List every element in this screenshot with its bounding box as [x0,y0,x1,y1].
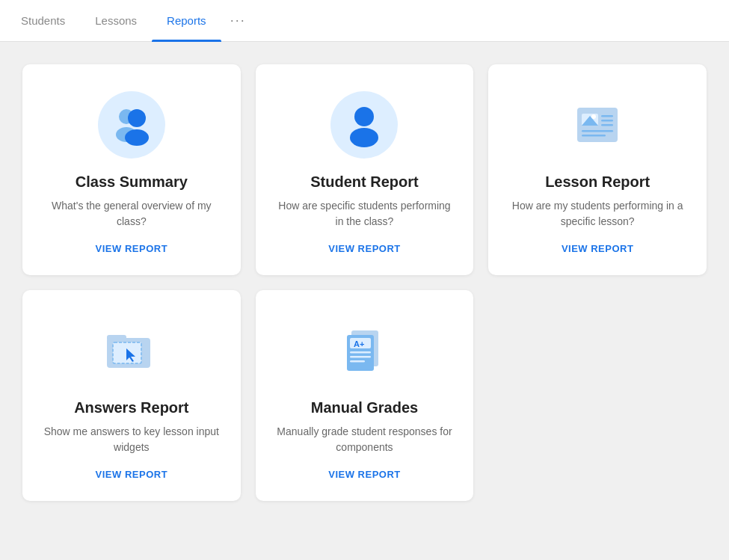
svg-point-6 [354,107,374,126]
lesson-report-icon [564,91,631,159]
card-manual-grades: A+ Manual Grades Manually grade student … [256,290,474,501]
svg-rect-27 [350,360,365,363]
svg-rect-16 [582,135,606,137]
manual-grades-view-report-link[interactable]: VIEW REPORT [328,469,401,480]
student-report-view-report-link[interactable]: VIEW REPORT [328,243,401,254]
svg-point-3 [128,109,146,127]
svg-point-4 [125,129,149,146]
svg-rect-13 [601,120,613,122]
cards-row-2: Answers Report Show me answers to key le… [22,290,707,501]
lesson-report-title: Lesson Report [545,173,650,191]
svg-rect-18 [107,335,126,341]
manual-grades-icon: A+ [330,317,398,384]
tab-reports[interactable]: Reports [152,0,221,42]
card-lesson-report: Lesson Report How are my students perfor… [488,64,707,275]
tab-students[interactable]: Students [15,0,80,42]
svg-rect-25 [350,351,371,354]
class-summary-description: What's the general overview of my class? [40,198,223,230]
class-summary-title: Class Summary [76,173,188,191]
card-student-report: Student Report How are specific students… [256,64,474,275]
manual-grades-title: Manual Grades [311,399,418,416]
student-report-title: Student Report [310,173,418,191]
student-report-description: How are specific students performing in … [274,198,456,230]
tab-lessons[interactable]: Lessons [80,0,152,42]
svg-rect-12 [601,115,613,117]
card-class-summary: Class Summary What's the general overvie… [22,64,241,275]
student-report-icon [330,91,398,159]
class-summary-view-report-link[interactable]: VIEW REPORT [96,243,168,254]
card-answers-report: Answers Report Show me answers to key le… [22,290,241,501]
lesson-report-description: How are my students performing in a spec… [506,198,689,230]
empty-slot [488,290,707,501]
svg-text:A+: A+ [354,339,364,348]
answers-report-view-report-link[interactable]: VIEW REPORT [96,469,168,480]
answers-report-title: Answers Report [74,399,188,416]
lesson-report-view-report-link[interactable]: VIEW REPORT [562,243,634,254]
cards-row-1: Class Summary What's the general overvie… [22,64,707,275]
svg-rect-26 [350,356,371,358]
svg-rect-15 [582,130,613,132]
class-summary-icon [98,91,165,159]
svg-rect-14 [601,124,613,126]
answers-report-icon [98,317,165,384]
more-tabs-button[interactable]: ··· [221,0,255,42]
navigation-bar: Students Lessons Reports ··· [0,0,729,42]
manual-grades-description: Manually grade student responses for com… [274,424,456,455]
main-content: Class Summary What's the general overvie… [0,42,729,560]
answers-report-description: Show me answers to key lesson input widg… [40,424,223,455]
svg-point-7 [350,128,378,147]
svg-point-11 [591,114,596,119]
